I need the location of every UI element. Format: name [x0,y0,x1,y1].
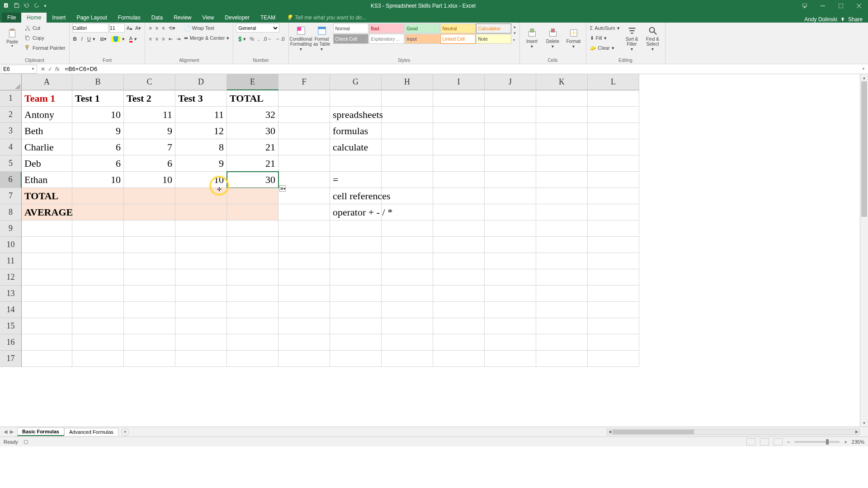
row-header-1[interactable]: 1 [0,90,22,107]
cell-F11[interactable] [278,253,330,269]
cell-J9[interactable] [485,221,536,237]
style-bad[interactable]: Bad [369,23,404,33]
cell-L8[interactable] [588,204,639,221]
cell-D14[interactable] [175,302,227,318]
cell-G1[interactable] [330,90,382,107]
cell-F15[interactable] [278,318,330,334]
undo-icon[interactable] [24,2,30,10]
autosum-button[interactable]: Σ AutoSum ▾ [589,23,621,33]
cell-C9[interactable] [124,221,175,237]
style-explanatory[interactable]: Explanatory ... [369,34,404,44]
copy-button[interactable]: Copy [24,33,66,42]
row-header-6[interactable]: 6 [0,172,22,188]
orientation-icon[interactable]: ⟲▾ [168,23,176,33]
cell-L7[interactable] [588,188,639,204]
format-painter-button[interactable]: Format Painter [24,43,66,52]
cell-H11[interactable] [382,253,433,269]
macro-record-icon[interactable]: ▢ [24,439,28,445]
cell-I2[interactable] [433,107,485,123]
fill-color-button[interactable]: 🪣▾ [110,34,126,43]
align-middle-icon[interactable]: ≡ [155,23,159,33]
find-select-button[interactable]: Find & Select▾ [643,23,662,53]
cell-I17[interactable] [433,351,485,367]
cell-L9[interactable] [588,221,639,237]
cell-F17[interactable] [278,351,330,367]
cell-D7[interactable] [175,188,227,204]
percent-format-icon[interactable]: % [249,34,255,43]
align-left-icon[interactable]: ≡ [148,34,152,43]
cell-J4[interactable] [485,139,536,155]
cell-F12[interactable] [278,269,330,286]
cell-G7[interactable]: cell references [330,188,382,204]
decrease-decimal-icon[interactable]: ←.0 [274,34,285,43]
cell-D17[interactable] [175,351,227,367]
hscroll-thumb[interactable] [613,430,694,434]
cell-C5[interactable]: 6 [124,155,175,172]
align-bottom-icon[interactable]: ≡ [161,23,165,33]
column-header-A[interactable]: A [22,74,72,90]
select-all-corner[interactable] [0,74,22,90]
comma-format-icon[interactable]: , [257,34,260,43]
bold-button[interactable]: B [72,34,78,43]
cell-A2[interactable]: Antony [22,107,72,123]
cell-H10[interactable] [382,237,433,253]
normal-view-icon[interactable] [746,438,755,446]
row-header-2[interactable]: 2 [0,107,22,123]
cell-B12[interactable] [72,269,124,286]
cell-F7[interactable] [278,188,330,204]
cell-L4[interactable] [588,139,639,155]
merge-center-button[interactable]: ⬌ Merge & Center ▾ [183,33,231,42]
font-name-select[interactable] [72,23,108,33]
cell-J6[interactable] [485,172,536,188]
column-header-D[interactable]: D [175,74,227,90]
cell-G14[interactable] [330,302,382,318]
cell-E2[interactable]: 32 [227,107,278,123]
cell-D15[interactable] [175,318,227,334]
cell-E7[interactable] [227,188,278,204]
cell-F3[interactable] [278,123,330,139]
cell-I14[interactable] [433,302,485,318]
cell-J8[interactable] [485,204,536,221]
qat-dropdown-icon[interactable]: ▼ [43,4,47,8]
cell-G2[interactable]: spreadsheets [330,107,382,123]
cell-C17[interactable] [124,351,175,367]
decrease-font-icon[interactable]: A▾ [134,23,142,33]
cell-A4[interactable]: Charlie [22,139,72,155]
cell-B10[interactable] [72,237,124,253]
cell-A17[interactable] [22,351,72,367]
cell-E3[interactable]: 30 [227,123,278,139]
cell-J13[interactable] [485,286,536,302]
row-header-17[interactable]: 17 [0,351,22,367]
cell-C3[interactable]: 9 [124,123,175,139]
insert-cells-button[interactable]: Insert▾ [523,23,542,53]
row-header-11[interactable]: 11 [0,253,22,269]
cell-D6[interactable]: 10 [175,172,227,188]
cell-K7[interactable] [536,188,588,204]
cell-K3[interactable] [536,123,588,139]
cell-K14[interactable] [536,302,588,318]
cell-I9[interactable] [433,221,485,237]
redo-icon[interactable] [33,2,40,10]
cell-J5[interactable] [485,155,536,172]
close-button[interactable] [850,0,868,12]
row-header-12[interactable]: 12 [0,269,22,286]
cell-B7[interactable] [72,188,124,204]
row-header-5[interactable]: 5 [0,155,22,172]
cell-J7[interactable] [485,188,536,204]
fx-icon[interactable]: fx [55,66,59,72]
cell-A3[interactable]: Beth [22,123,72,139]
styles-scroll-down-icon[interactable]: ▼ [513,31,517,35]
increase-indent-icon[interactable]: ⇥ [175,34,181,43]
cell-I11[interactable] [433,253,485,269]
cell-K16[interactable] [536,334,588,351]
cell-C16[interactable] [124,334,175,351]
row-header-4[interactable]: 4 [0,139,22,155]
cell-B3[interactable]: 9 [72,123,124,139]
cell-D12[interactable] [175,269,227,286]
row-header-3[interactable]: 3 [0,123,22,139]
cell-H15[interactable] [382,318,433,334]
cell-E17[interactable] [227,351,278,367]
cell-A9[interactable] [22,221,72,237]
cell-J14[interactable] [485,302,536,318]
autofill-options-icon[interactable]: ⊞▾ [279,185,286,192]
